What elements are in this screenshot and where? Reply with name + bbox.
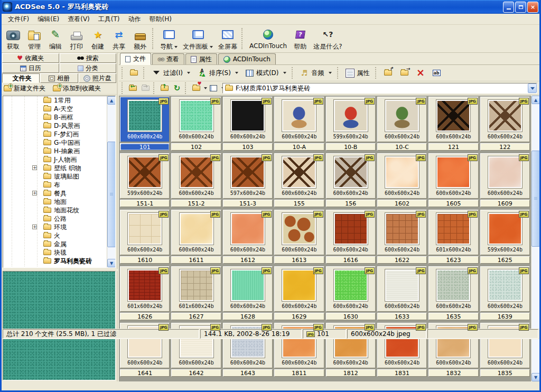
tree-item-11[interactable]: +餐具 xyxy=(3,189,115,198)
thumbnail-101[interactable]: JPG600x600x24b101 xyxy=(120,97,170,152)
scroll-up-icon[interactable]: ▲ xyxy=(531,96,540,104)
audio-button[interactable]: 音频 xyxy=(296,67,335,80)
tab-properties[interactable]: 属性 xyxy=(185,53,217,64)
tree-item-14[interactable]: 公路 xyxy=(3,214,115,223)
add-to-favorites-button[interactable]: 添加到收藏夹 xyxy=(53,84,101,93)
menu-item-0[interactable]: 文件(F) xyxy=(4,14,33,25)
dropdown-caret-icon[interactable] xyxy=(283,72,286,76)
tab-favorites[interactable]: 收藏夹 xyxy=(2,53,59,63)
thumbnail-122[interactable]: JPG600x600x24b122 xyxy=(480,97,530,152)
tree-item-2[interactable]: B-画框 xyxy=(3,113,115,122)
tab-categories[interactable]: 分类 xyxy=(60,63,117,73)
browser-folder-button[interactable] xyxy=(126,68,142,78)
title-bar[interactable]: ACDSee 5.0 - 罗马利奥瓷砖 × xyxy=(0,0,541,14)
tree-scrollbar[interactable]: ▲ ▼ xyxy=(107,96,115,267)
tree-item-17[interactable]: 金属 xyxy=(3,240,115,248)
dropdown-caret-icon[interactable] xyxy=(174,46,178,50)
tab-albums[interactable]: 相册 xyxy=(40,73,78,83)
toolbar-button-globe[interactable]: ACDInTouch xyxy=(247,25,290,52)
tree-item-9[interactable]: 玻璃贴图 xyxy=(3,172,115,181)
tree-item-16[interactable]: 火 xyxy=(3,231,115,240)
thumbnail-1613[interactable]: JPG600x600x24b1613 xyxy=(274,210,324,265)
thumbnail-121[interactable]: JPG600x600x24b121 xyxy=(428,97,478,152)
restore-button[interactable] xyxy=(515,2,526,13)
thumbnail-1610[interactable]: JPG600x600x24b1610 xyxy=(120,210,170,265)
expand-plus-icon[interactable]: + xyxy=(32,191,37,195)
dropdown-caret-icon[interactable] xyxy=(329,72,332,76)
tree-item-5[interactable]: G-中国画 xyxy=(3,138,115,147)
toolbar-button-helpbook[interactable]: 帮助 xyxy=(290,25,311,52)
tree-item-0[interactable]: 1常用 xyxy=(3,96,115,105)
dropdown-caret-icon[interactable] xyxy=(235,72,238,76)
tree-item-15[interactable]: +环境 xyxy=(3,223,115,231)
copy-to-folder-button[interactable] xyxy=(380,67,396,80)
tree-item-3[interactable]: D-风景画 xyxy=(3,122,115,130)
menu-item-5[interactable]: 帮助(H) xyxy=(145,14,176,25)
favorites-button[interactable] xyxy=(190,82,202,94)
new-folder-button[interactable]: 新建文件夹 xyxy=(4,84,45,93)
expand-plus-icon[interactable]: + xyxy=(32,165,37,170)
scrollbar-thumb[interactable] xyxy=(107,142,116,247)
tab-photo-discs[interactable]: 照片盘 xyxy=(79,73,116,83)
toolbar-button-share[interactable]: 共享 xyxy=(108,25,129,52)
tree-item-18[interactable]: 块毯 xyxy=(3,248,115,257)
tree-item-12[interactable]: 地面 xyxy=(3,198,115,206)
thumbnail-10-C[interactable]: JPG600x600x24b10-C xyxy=(377,97,427,152)
toolbar-button-print[interactable]: 打印 xyxy=(66,25,87,52)
tree-item-13[interactable]: 地面花纹 xyxy=(3,206,115,214)
thumbnail-10-A[interactable]: JPG600x600x24b10-A xyxy=(274,97,324,152)
dropdown-caret-icon[interactable] xyxy=(210,46,213,50)
tab-view[interactable]: 查看 xyxy=(152,53,184,64)
thumbnail-10-B[interactable]: JPG599x600x24b10-B xyxy=(326,97,376,152)
thumbnail-1609[interactable]: JPG600x600x24b1609 xyxy=(480,153,530,208)
tree-item-7[interactable]: J-人物画 xyxy=(3,155,115,164)
thumbnail-1639[interactable]: JPG600x600x24b1639 xyxy=(480,266,530,321)
toolbar-button-whatsthis[interactable]: 这是什么? xyxy=(311,25,344,52)
toolbar-button-acquire[interactable]: 获取 xyxy=(3,25,24,52)
delete-button[interactable] xyxy=(413,67,429,80)
back-button[interactable]: ← xyxy=(126,82,139,94)
toolbar-button-manage[interactable]: 管理 xyxy=(24,25,45,52)
thumbnail-155[interactable]: JPG600x600x24b155 xyxy=(274,153,324,208)
thumbnail-1633[interactable]: JPG600x600x24b1633 xyxy=(377,266,427,321)
thumbnail-151-2[interactable]: JPG600x600x24b151-2 xyxy=(171,153,221,208)
tree-item-4[interactable]: F-梦幻画 xyxy=(3,130,115,138)
thumbnail-1628[interactable]: JPG600x600x24b1628 xyxy=(223,266,273,321)
scroll-down-icon[interactable]: ▼ xyxy=(107,259,116,267)
thumbnail-1602[interactable]: JPG600x600x24b1602 xyxy=(377,153,427,208)
thumbnail-1630[interactable]: JPG600x600x24b1630 xyxy=(326,266,376,321)
thumbnail-1635[interactable]: JPG600x600x24b1635 xyxy=(428,266,478,321)
rename-button[interactable] xyxy=(429,68,444,78)
properties-button[interactable]: 属性 xyxy=(342,67,374,80)
thumbnail-1629[interactable]: JPG600x600x24b1629 xyxy=(274,266,324,321)
tab-calendar[interactable]: 日历 xyxy=(2,63,59,73)
combo-dropdown-icon[interactable] xyxy=(528,83,537,93)
tree-item-10[interactable]: 布 xyxy=(3,181,115,189)
view-mode-button[interactable] xyxy=(207,82,220,94)
thumbnail-151-3[interactable]: JPG597x600x24b151-3 xyxy=(223,153,273,208)
close-button[interactable]: × xyxy=(527,2,538,13)
scrollbar-thumb[interactable] xyxy=(531,151,540,247)
menu-item-4[interactable]: 动作 xyxy=(124,14,145,25)
tab-folders[interactable]: 文件夹 xyxy=(2,73,40,83)
filter-button[interactable]: 过滤(I) xyxy=(148,67,194,80)
toolbar-button-create[interactable]: 创建 xyxy=(87,25,108,52)
tab-acdintouch[interactable]: ACDInTouch xyxy=(218,53,276,64)
tree-item-6[interactable]: H-抽象画 xyxy=(3,147,115,155)
thumbnail-1616[interactable]: JPG600x600x24b1616 xyxy=(326,210,376,265)
thumbnail-1622[interactable]: JPG600x600x24b1622 xyxy=(377,210,427,265)
toolbar-button-fullscreen[interactable]: 全屏幕 xyxy=(216,25,240,52)
thumbnail-1626[interactable]: JPG601x600x24b1626 xyxy=(120,266,170,321)
thumbnail-102[interactable]: JPG600x600x24b102 xyxy=(171,97,221,152)
tree-item-8[interactable]: +壁纸 织物 xyxy=(3,164,115,172)
scroll-up-icon[interactable]: ▲ xyxy=(107,96,116,105)
sort-button[interactable]: 排序(S) xyxy=(194,67,242,80)
thumbnail-1612[interactable]: JPG600x600x24b1612 xyxy=(223,210,273,265)
forward-button[interactable]: → xyxy=(139,82,152,94)
path-combobox[interactable]: F:\材质库01\罗马利奥瓷砖 xyxy=(222,83,537,94)
toolbar-button-edit[interactable]: 编辑 xyxy=(45,25,66,52)
up-folder-button[interactable]: ↑ xyxy=(158,82,171,94)
menu-item-2[interactable]: 查看(V) xyxy=(63,14,94,25)
toolbar-button-navpane[interactable]: 导航 xyxy=(157,25,180,52)
thumbnail-1611[interactable]: JPG600x600x24b1611 xyxy=(171,210,221,265)
